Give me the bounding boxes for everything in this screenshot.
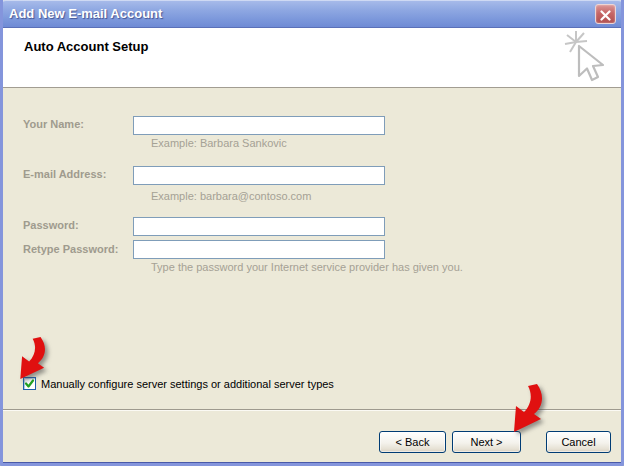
name-label: Your Name: xyxy=(23,118,84,130)
cancel-button[interactable]: Cancel xyxy=(546,431,611,453)
header: Auto Account Setup xyxy=(3,28,621,88)
password-label: Password: xyxy=(23,219,79,231)
checkbox-check-icon xyxy=(24,378,35,389)
next-button[interactable]: Next > xyxy=(452,431,521,453)
manual-configure-checkbox[interactable] xyxy=(23,377,36,390)
page-title: Auto Account Setup xyxy=(24,39,148,54)
red-arrow-icon xyxy=(503,383,547,433)
retype-password-label: Retype Password: xyxy=(23,243,118,255)
buttons-separator xyxy=(3,409,621,411)
manual-configure-label[interactable]: Manually configure server settings or ad… xyxy=(41,378,334,390)
retype-password-input[interactable] xyxy=(133,240,385,259)
red-arrow-icon xyxy=(10,336,50,380)
back-button[interactable]: < Back xyxy=(379,431,446,453)
password-input[interactable] xyxy=(133,217,385,236)
email-label: E-mail Address: xyxy=(23,168,106,180)
close-icon xyxy=(596,10,615,21)
titlebar[interactable]: Add New E-mail Account xyxy=(0,0,624,28)
password-hint: Type the password your Internet service … xyxy=(151,261,463,273)
email-input[interactable] xyxy=(133,166,385,185)
add-account-dialog: Add New E-mail Account Auto Account Setu… xyxy=(0,0,624,466)
window-title: Add New E-mail Account xyxy=(9,6,162,21)
cursor-starburst-icon xyxy=(563,30,609,96)
name-input[interactable] xyxy=(133,116,385,135)
email-hint: Example: barbara@contoso.com xyxy=(151,190,311,202)
name-hint: Example: Barbara Sankovic xyxy=(151,137,287,149)
close-button[interactable] xyxy=(595,4,616,24)
